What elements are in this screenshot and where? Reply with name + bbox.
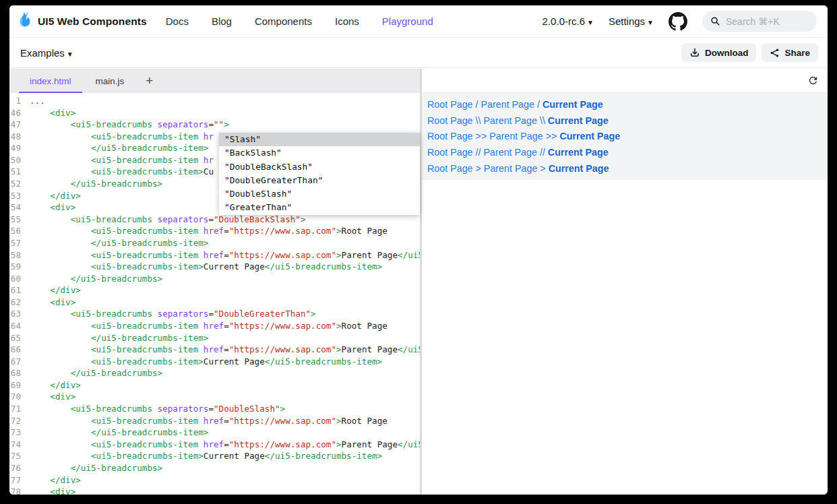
code-text: <ui5-breadcrumbs separators="DoubleSlash… [30, 403, 420, 415]
code-text: <ui5-breadcrumbs-item>Current Page</ui5-… [30, 261, 420, 273]
code-line[interactable]: 73 </ui5-breadcrumbs-item> [9, 427, 420, 439]
breadcrumb-link[interactable]: Root Page [427, 131, 473, 141]
autocomplete-option[interactable]: "Slash" [219, 133, 420, 146]
breadcrumb-link[interactable]: Parent Page [489, 131, 543, 141]
autocomplete-option[interactable]: "BackSlash" [219, 146, 420, 160]
header-nav: DocsBlogComponentsIconsPlayground [166, 15, 433, 27]
line-number: 71 [9, 403, 30, 415]
autocomplete-dropdown: "Slash""BackSlash""DoubleBackSlash""Doub… [219, 133, 420, 215]
code-line[interactable]: 59 <ui5-breadcrumbs-item>Current Page</u… [9, 261, 420, 273]
code-text: <ui5-breadcrumbs-item href="https://www.… [30, 344, 420, 356]
download-button[interactable]: Download [681, 43, 757, 62]
breadcrumb-link[interactable]: Root Page [427, 147, 473, 158]
breadcrumb: Root Page // Parent Page // Current Page [427, 144, 828, 160]
line-number: 75 [9, 450, 30, 462]
tab-main-js[interactable]: main.js [84, 69, 137, 93]
line-number: 67 [9, 356, 30, 368]
preview-toolbar [422, 69, 828, 93]
code-line[interactable]: 58 <ui5-breadcrumbs-item href="https://w… [9, 249, 420, 261]
search-input[interactable] [726, 16, 803, 27]
code-text: </ui5-breadcrumbs> [30, 273, 420, 285]
chevron-down-icon: ▼ [67, 51, 73, 58]
breadcrumb-separator: >> [473, 131, 490, 141]
code-line[interactable]: 65 </ui5-breadcrumbs-item> [9, 332, 420, 344]
autocomplete-option[interactable]: "DoubleBackSlash" [219, 160, 420, 174]
code-line[interactable]: 46 <div> [9, 107, 420, 119]
code-text: </div> [30, 379, 420, 391]
line-number: 55 [9, 214, 30, 226]
code-line[interactable]: 1... [9, 95, 420, 107]
breadcrumb-link[interactable]: Parent Page [480, 99, 534, 110]
code-line[interactable]: 61 </div> [9, 284, 420, 296]
breadcrumb-separator: >> [543, 131, 560, 141]
code-line[interactable]: 76 </ui5-breadcrumbs> [9, 462, 420, 474]
settings-menu[interactable]: Settings▼ [609, 15, 654, 27]
nav-item-components[interactable]: Components [255, 15, 312, 27]
code-line[interactable]: 72 <ui5-breadcrumbs-item href="https://w… [9, 415, 420, 427]
nav-item-icons[interactable]: Icons [335, 15, 359, 27]
share-icon [770, 48, 780, 58]
nav-item-blog[interactable]: Blog [212, 15, 232, 27]
code-text: ... [30, 95, 420, 107]
code-text: </ui5-breadcrumbs> [30, 462, 420, 474]
examples-toolbar: Examples▼ Download Share [9, 38, 828, 68]
line-number: 73 [9, 427, 30, 439]
github-icon[interactable] [669, 12, 687, 31]
breadcrumb-separator: // [473, 147, 484, 158]
code-line[interactable]: 62 <div> [9, 296, 420, 309]
code-line[interactable]: 74 <ui5-breadcrumbs-item href="https://w… [9, 439, 420, 451]
code-line[interactable]: 64 <ui5-breadcrumbs-item href="https://w… [9, 320, 420, 332]
breadcrumb-link[interactable]: Root Page [427, 115, 473, 126]
breadcrumb-link[interactable]: Parent Page [483, 147, 537, 158]
code-line[interactable]: 60 </ui5-breadcrumbs> [9, 273, 420, 285]
line-number: 61 [9, 284, 30, 296]
breadcrumb-link[interactable]: Root Page [427, 99, 473, 110]
breadcrumb-current-page: Current Page [559, 131, 620, 141]
breadcrumb-separator: / [534, 99, 542, 110]
app-window: UI5 Web Components DocsBlogComponentsIco… [9, 5, 828, 495]
autocomplete-option[interactable]: "GreaterThan" [219, 201, 420, 214]
code-line[interactable]: 78 <div> [9, 486, 420, 495]
code-line[interactable]: 67 <ui5-breadcrumbs-item>Current Page</u… [9, 356, 420, 368]
line-number: 66 [9, 344, 30, 356]
line-number: 46 [9, 107, 30, 119]
code-text: <ui5-breadcrumbs-item href="https://www.… [30, 249, 420, 261]
code-line[interactable]: 71 <ui5-breadcrumbs separators="DoubleSl… [9, 403, 420, 415]
share-button[interactable]: Share [762, 43, 818, 62]
code-line[interactable]: 57 </ui5-breadcrumbs-item> [9, 237, 420, 249]
code-line[interactable]: 70 <div> [9, 391, 420, 403]
examples-dropdown[interactable]: Examples▼ [20, 47, 73, 59]
code-line[interactable]: 47 <ui5-breadcrumbs separators=""> [9, 119, 420, 131]
breadcrumb-link[interactable]: Root Page [427, 163, 473, 174]
code-line[interactable]: 68 </ui5-breadcrumbs> [9, 367, 420, 379]
autocomplete-option[interactable]: "DoubleGreaterThan" [219, 174, 420, 187]
code-line[interactable]: 56 <ui5-breadcrumbs-item href="https://w… [9, 225, 420, 237]
code-line[interactable]: 77 </div> [9, 474, 420, 486]
breadcrumb-separator: > [537, 163, 548, 174]
nav-item-playground[interactable]: Playground [382, 15, 433, 27]
nav-item-docs[interactable]: Docs [166, 15, 189, 27]
line-number: 77 [9, 474, 30, 486]
brand[interactable]: UI5 Web Components [15, 11, 147, 32]
add-tab-button[interactable]: + [136, 69, 162, 93]
breadcrumb-link[interactable]: Parent Page [483, 115, 537, 126]
version-menu[interactable]: 2.0.0-rc.6▼ [542, 15, 594, 27]
refresh-icon[interactable] [807, 75, 819, 86]
code-line[interactable]: 69 </div> [9, 379, 420, 391]
code-line[interactable]: 66 <ui5-breadcrumbs-item href="https://w… [9, 344, 420, 356]
code-text: <ui5-breadcrumbs-item href="https://www.… [30, 225, 420, 237]
code-text: </div> [30, 284, 420, 296]
line-number: 70 [9, 391, 30, 403]
code-line[interactable]: 63 <ui5-breadcrumbs separators="DoubleGr… [9, 308, 420, 320]
code-line[interactable]: 55 <ui5-breadcrumbs separators="DoubleBa… [9, 214, 420, 226]
breadcrumb: Root Page / Parent Page / Current Page [427, 96, 828, 113]
autocomplete-option[interactable]: "DoubleSlash" [219, 187, 420, 201]
tab-index-html[interactable]: index.html [18, 69, 84, 93]
code-line[interactable]: 75 <ui5-breadcrumbs-item>Current Page</u… [9, 450, 420, 462]
line-number: 78 [9, 486, 30, 495]
code-text: <ui5-breadcrumbs separators="DoubleBackS… [30, 214, 420, 226]
search-box[interactable] [702, 11, 817, 32]
brand-title: UI5 Web Components [38, 15, 147, 28]
breadcrumb-link[interactable]: Parent Page [484, 163, 538, 174]
line-number: 65 [9, 332, 30, 344]
